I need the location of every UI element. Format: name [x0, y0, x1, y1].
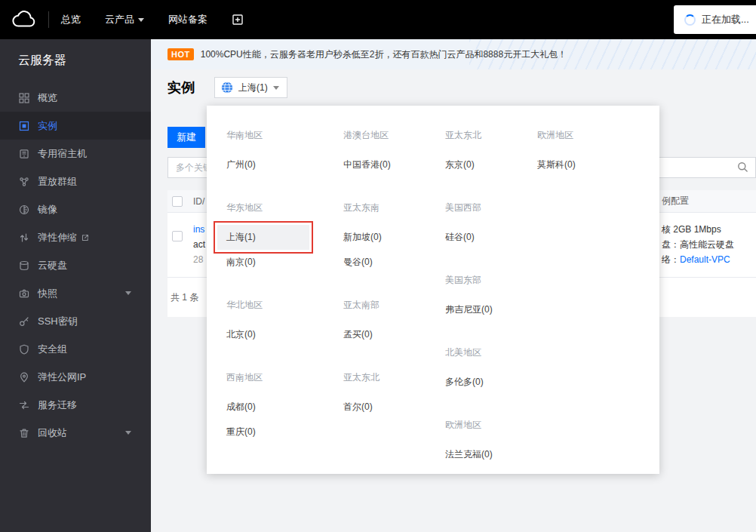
tencent-cloud-logo[interactable] — [0, 11, 48, 29]
row-checkbox[interactable] — [172, 231, 183, 241]
nav-overview-label: 总览 — [61, 13, 81, 26]
region-option-silicon-valley[interactable]: 硅谷(0) — [436, 225, 528, 250]
region-group-header: 美国西部 — [445, 201, 537, 214]
sidebar-title: 云服务器 — [0, 39, 151, 84]
region-option-mumbai[interactable]: 孟买(0) — [334, 322, 426, 347]
column-header-id: ID/ — [193, 196, 204, 207]
migration-icon — [19, 399, 30, 411]
grid-plus-icon — [232, 14, 244, 26]
instance-id-link[interactable]: ins — [193, 222, 205, 237]
nav-products[interactable]: 云产品 — [93, 0, 156, 39]
snapshot-icon — [19, 288, 30, 299]
instance-icon — [19, 120, 30, 131]
chevron-down-icon — [125, 431, 131, 435]
sidebar-item-instances[interactable]: 实例 — [0, 112, 151, 140]
region-group-header: 欧洲地区 — [537, 128, 650, 142]
sidebar-item-overview[interactable]: 概览 — [0, 84, 151, 112]
region-dropdown-panel: 华南地区 广州(0) 华东地区 上海(1) 南京(0) 华北地区 北京(0) 西… — [207, 106, 659, 474]
sidebar-item-label: 弹性伸缩 — [38, 231, 77, 244]
nav-overview[interactable]: 总览 — [49, 0, 93, 39]
region-group-south-asia: 亚太南部 孟买(0) — [343, 298, 445, 347]
vpc-link[interactable]: Default-VPC — [680, 254, 730, 265]
sidebar-item-images[interactable]: 镜像 — [0, 195, 151, 223]
autoscaling-icon — [19, 232, 30, 243]
region-group-header: 港澳台地区 — [343, 128, 445, 142]
region-group-europe-2: 欧洲地区 莫斯科(0) — [537, 128, 650, 177]
region-option-shanghai[interactable]: 上海(1) — [217, 225, 309, 250]
region-group-south-china: 华南地区 广州(0) — [226, 128, 343, 177]
sidebar-item-security-groups[interactable]: 安全组 — [0, 335, 151, 363]
region-group-header: 华北地区 — [226, 298, 343, 312]
chevron-down-icon — [125, 291, 131, 295]
region-selector[interactable]: 上海(1) — [214, 77, 287, 98]
sidebar-item-dedicated-hosts[interactable]: 专用宿主机 — [0, 140, 151, 168]
region-group-east-china: 华东地区 上海(1) 南京(0) — [226, 201, 343, 275]
region-group-se-asia: 亚太东南 新加坡(0) 曼谷(0) — [343, 201, 445, 275]
region-group-header: 亚太东南 — [343, 201, 445, 214]
region-group-ne-asia: 亚太东北 首尔(0) — [343, 371, 445, 420]
region-option-toronto[interactable]: 多伦多(0) — [436, 370, 528, 395]
banner-text: 100%CPU性能，云服务器老用户秒杀低至2折，还有百款热门云产品和8888元开… — [201, 48, 567, 61]
search-icon[interactable] — [737, 161, 748, 173]
region-group-header: 欧洲地区 — [445, 418, 537, 432]
nav-icp[interactable]: 网站备案 — [156, 0, 220, 39]
region-group-ne-asia-2: 亚太东北 东京(0) — [445, 128, 537, 177]
region-option-bangkok[interactable]: 曼谷(0) — [334, 250, 426, 275]
sidebar-item-snapshots[interactable]: 快照 — [0, 279, 151, 307]
instance-name-text: act — [193, 237, 205, 252]
config-line-network: 络：Default-VPC — [662, 252, 734, 267]
region-column-3: 亚太东北 东京(0) 美国西部 硅谷(0) 美国东部 弗吉尼亚(0) 北美地区 … — [445, 128, 537, 474]
sidebar-item-label: 安全组 — [38, 343, 67, 356]
sidebar-item-label: 弹性公网IP — [38, 371, 86, 384]
region-option-chongqing[interactable]: 重庆(0) — [217, 420, 309, 444]
region-option-virginia[interactable]: 弗吉尼亚(0) — [436, 297, 528, 322]
region-option-moscow[interactable]: 莫斯科(0) — [528, 152, 620, 177]
region-group-north-china: 华北地区 北京(0) — [226, 298, 343, 347]
sidebar: 云服务器 概览 实例 专用宿主机 置放群组 镜像 弹性伸缩 — [0, 39, 151, 532]
external-link-icon — [81, 234, 89, 241]
sidebar-item-label: 概览 — [38, 91, 57, 105]
region-option-seoul[interactable]: 首尔(0) — [334, 395, 426, 420]
sidebar-item-autoscaling[interactable]: 弹性伸缩 — [0, 223, 151, 251]
network-label: 络： — [662, 254, 680, 265]
promo-banner[interactable]: HOT 100%CPU性能，云服务器老用户秒杀低至2折，还有百款热门云产品和88… — [151, 39, 756, 69]
instance-id-cell: ins act 28 — [193, 222, 205, 267]
chevron-down-icon — [273, 86, 279, 90]
region-option-hongkong[interactable]: 中国香港(0) — [334, 152, 426, 177]
page-header: 实例 上海(1) — [151, 69, 756, 106]
topbar: 总览 云产品 网站备案 正在加载... — [0, 0, 756, 39]
image-icon — [19, 204, 30, 215]
sidebar-item-ssh-keys[interactable]: SSH密钥 — [0, 307, 151, 335]
create-instance-button[interactable]: 新建 — [167, 127, 205, 148]
region-option-guangzhou[interactable]: 广州(0) — [217, 152, 309, 177]
region-option-beijing[interactable]: 北京(0) — [217, 322, 309, 347]
region-option-tokyo[interactable]: 东京(0) — [436, 152, 528, 177]
region-option-frankfurt[interactable]: 法兰克福(0) — [436, 442, 528, 467]
sidebar-item-eip[interactable]: 弹性公网IP — [0, 363, 151, 391]
instance-config-cell: 核 2GB 1Mbps 盘：高性能云硬盘 络：Default-VPC — [662, 222, 734, 267]
sidebar-item-cloud-disks[interactable]: 云硬盘 — [0, 251, 151, 279]
config-line-spec: 核 2GB 1Mbps — [662, 222, 734, 237]
products-grid-button[interactable] — [220, 0, 256, 39]
region-column-1: 华南地区 广州(0) 华东地区 上海(1) 南京(0) 华北地区 北京(0) 西… — [226, 128, 343, 474]
region-group-header: 北美地区 — [445, 346, 537, 359]
region-group-us-west: 美国西部 硅谷(0) — [445, 201, 537, 250]
chevron-down-icon — [138, 18, 144, 22]
region-group-header: 美国东部 — [445, 273, 537, 287]
region-option-chengdu[interactable]: 成都(0) — [217, 395, 309, 420]
cloud-logo-icon — [11, 11, 37, 29]
region-option-nanjing[interactable]: 南京(0) — [217, 250, 309, 275]
select-all-checkbox[interactable] — [172, 196, 183, 207]
region-option-singapore[interactable]: 新加坡(0) — [334, 225, 426, 250]
nav-icp-label: 网站备案 — [168, 13, 207, 26]
sidebar-item-service-migration[interactable]: 服务迁移 — [0, 391, 151, 419]
sidebar-item-recycle-bin[interactable]: 回收站 — [0, 419, 151, 447]
key-icon — [19, 315, 30, 327]
sidebar-item-placement-groups[interactable]: 置放群组 — [0, 168, 151, 195]
loading-text: 正在加载... — [702, 13, 749, 26]
sidebar-item-label: 服务迁移 — [38, 398, 77, 412]
grid-icon — [19, 92, 30, 103]
hot-badge: HOT — [167, 48, 194, 60]
nav-products-label: 云产品 — [105, 13, 134, 26]
shield-icon — [19, 343, 30, 355]
